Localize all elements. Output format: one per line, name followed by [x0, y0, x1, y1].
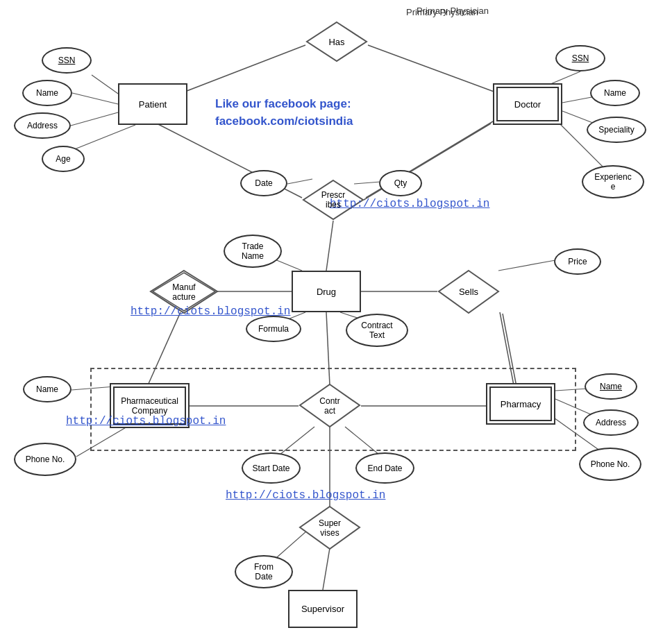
attr-patient-address: Address: [14, 112, 71, 139]
attr-pharmacy-name: Name: [585, 373, 637, 400]
attr-contract-startdate: Start Date: [242, 452, 301, 484]
svg-line-18: [71, 112, 118, 126]
watermark-blog-4: http://ciots.blogspot.in: [226, 489, 385, 502]
attr-supervises-fromdate: FromDate: [235, 555, 293, 588]
watermark-blog-3: http://ciots.blogspot.in: [66, 415, 226, 427]
entity-doctor: Doctor: [493, 83, 562, 125]
attr-sells-price: Price: [554, 248, 601, 275]
watermark-facebook-2: facebook.com/ciotsindia: [215, 114, 353, 128]
attr-patient-name: Name: [22, 80, 72, 106]
attr-drug-contracttext: ContractText: [346, 314, 408, 347]
svg-line-29: [498, 260, 555, 271]
attr-doctor-ssn: SSN: [555, 45, 605, 71]
attr-doctor-name: Name: [590, 80, 640, 106]
watermark-blog-1: http://ciots.blogspot.in: [330, 198, 489, 210]
attr-prescribes-qty: Qty: [379, 170, 422, 196]
svg-line-17: [72, 93, 118, 104]
entity-supervisor: Supervisor: [288, 590, 358, 628]
watermark-facebook-1: Like our facebook page:: [215, 97, 351, 111]
primary-physician-annotation: Primary Physician: [406, 7, 478, 17]
attr-drug-tradename: TradeName: [224, 235, 282, 268]
attr-patient-ssn: SSN: [42, 47, 92, 74]
attr-pharmacy-phone: Phone No.: [579, 448, 641, 481]
svg-line-5: [326, 221, 333, 271]
relationship-sells: Sells: [437, 269, 500, 314]
watermark-blog-2: http://ciots.blogspot.in: [131, 305, 290, 318]
entity-drug: Drug: [292, 271, 361, 312]
svg-line-19: [69, 125, 135, 151]
relationship-has: Has: [305, 21, 368, 62]
attr-doctor-speciality: Speciality: [587, 117, 646, 143]
attr-pharma-name: Name: [23, 376, 72, 402]
attr-drug-formula: Formula: [246, 316, 301, 342]
svg-line-16: [92, 75, 118, 94]
er-diagram: Primary Physician Patient Doctor Drug Ph…: [0, 0, 672, 637]
relationship-supervises: Supervises: [299, 505, 361, 550]
attr-pharmacy-address: Address: [583, 409, 639, 436]
entity-patient: Patient: [118, 83, 187, 125]
svg-line-15: [323, 548, 330, 590]
attr-patient-age: Age: [42, 146, 85, 172]
attr-prescribes-date: Date: [240, 170, 287, 196]
attr-contract-enddate: End Date: [355, 452, 414, 484]
attr-pharma-phone: Phone No.: [14, 443, 76, 476]
attr-doctor-experience: Experience: [582, 165, 644, 198]
